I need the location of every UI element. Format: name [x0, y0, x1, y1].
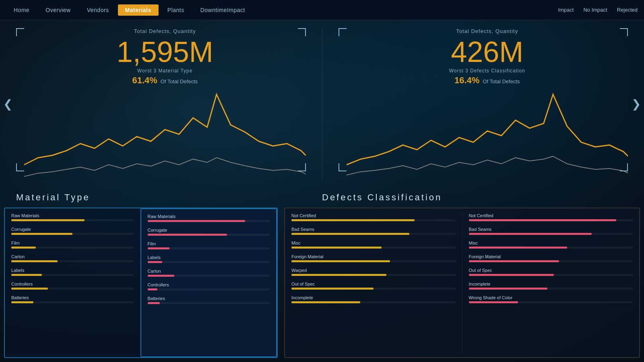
bar-label: Foreign Material [469, 254, 633, 259]
right-panel-box: Not CertifiedBad SeamsMiscForeign Materi… [284, 208, 640, 358]
bar-label: Labels [11, 268, 134, 273]
bar-track [291, 288, 456, 290]
filter-rejected[interactable]: Rejected [617, 7, 638, 13]
left-sub-label: Worst 3 Material Type [24, 68, 306, 74]
bar-label: Out of Spec [469, 268, 633, 273]
nav-item-plants[interactable]: Plants [160, 4, 192, 16]
list-item: Controllers [11, 282, 134, 290]
bar-fill [469, 301, 518, 303]
list-item: Carton [11, 254, 134, 262]
bar-track [148, 288, 270, 290]
bar-fill [11, 233, 72, 235]
bar-fill [11, 274, 42, 276]
bar-track [148, 261, 270, 263]
bar-label: Misc [469, 241, 633, 245]
nav-item-vendors[interactable]: Vendors [80, 4, 116, 16]
bar-label: Wrong Shade of Color [469, 295, 633, 300]
list-item: Corrugate [148, 228, 270, 236]
bar-fill [148, 247, 170, 249]
list-item: Incomplete [469, 282, 633, 290]
list-item: Raw Materials [11, 213, 134, 221]
list-item: Controllers [148, 282, 270, 290]
bar-track [291, 233, 456, 235]
bar-fill [148, 220, 246, 222]
bar-track [11, 260, 134, 262]
nav-item-downtimeimpact[interactable]: DowntimeImpact [193, 4, 252, 16]
bar-label: Batteries [148, 296, 270, 301]
nav-item-home[interactable]: Home [6, 4, 37, 16]
bar-fill [148, 261, 162, 263]
bar-label: Corrugate [148, 228, 270, 232]
list-item: Not Certified [469, 213, 633, 221]
bar-fill [148, 302, 160, 304]
bar-fill [291, 260, 390, 262]
list-item: Out of Spec [291, 282, 456, 290]
bar-label: Raw Materials [11, 213, 134, 218]
bar-track [11, 219, 134, 221]
left-panel-box: Raw MaterialsCorrugateFilmCartonLabelsCo… [4, 208, 278, 358]
bar-track [148, 234, 270, 236]
right-big-number: 426M [347, 37, 628, 66]
nav-item-materials[interactable]: Materials [118, 4, 159, 16]
list-item: Labels [11, 268, 134, 276]
list-item: Film [11, 241, 134, 249]
bar-fill [469, 288, 548, 290]
bar-track [291, 301, 456, 303]
bar-track [148, 220, 270, 222]
bar-fill [469, 260, 559, 262]
bar-fill [469, 233, 592, 235]
bar-label: Misc [291, 241, 456, 245]
nav-item-overview[interactable]: Overview [38, 4, 78, 16]
bar-track [291, 247, 456, 249]
left-col1: Raw MaterialsCorrugateFilmCartonLabelsCo… [5, 208, 140, 357]
right-pct-text: Of Total Defects [483, 78, 520, 84]
bar-label: Warped [291, 268, 456, 273]
list-item: Labels [148, 255, 270, 263]
list-item: Misc [469, 241, 633, 249]
bar-fill [11, 288, 48, 290]
filter-no-impact[interactable]: No Impact [583, 7, 607, 13]
left-pct-value: 61.4% [132, 75, 157, 86]
bar-label: Carton [148, 269, 270, 274]
list-item: Bad Seams [469, 227, 633, 235]
nav-right: ImpactNo ImpactRejected [558, 7, 638, 13]
bar-label: Incomplete [291, 295, 456, 300]
bar-track [469, 260, 633, 262]
bar-track [469, 247, 633, 249]
charts-section: ❮ Total Defects, Quantity 1,595M Worst 3… [0, 20, 644, 187]
bar-fill [291, 247, 382, 249]
filter-impact[interactable]: Impact [558, 7, 574, 13]
bar-track [291, 274, 456, 276]
prev-arrow[interactable]: ❮ [3, 97, 12, 111]
list-item: Batteries [11, 295, 134, 303]
right-section-title: Defects Classification [322, 192, 628, 203]
topbar: HomeOverviewVendorsMaterialsPlantsDownti… [0, 0, 644, 20]
right-sub-label: Worst 3 Defects Classification [347, 68, 628, 74]
next-arrow[interactable]: ❯ [632, 97, 641, 111]
bar-track [148, 275, 270, 277]
bar-fill [291, 288, 374, 290]
bar-label: Corrugate [11, 227, 134, 232]
main-content: ❮ Total Defects, Quantity 1,595M Worst 3… [0, 20, 644, 362]
list-item: Batteries [148, 296, 270, 304]
bar-fill [291, 233, 409, 235]
right-col2: Not CertifiedBad SeamsMiscForeign Materi… [462, 208, 640, 357]
bar-label: Not Certified [469, 213, 633, 218]
bar-fill [469, 274, 554, 276]
section-titles: Material Type Defects Classification [0, 187, 644, 208]
list-item: Film [148, 241, 270, 249]
bar-fill [291, 219, 415, 221]
list-item: Raw Materials [148, 214, 270, 222]
list-item: Not Certified [291, 213, 456, 221]
left-section-title: Material Type [16, 192, 322, 203]
list-item: Misc [291, 241, 456, 249]
bar-fill [148, 288, 157, 290]
left-col2[interactable]: Raw MaterialsCorrugateFilmLabelsCartonCo… [140, 208, 277, 357]
tables-section: Raw MaterialsCorrugateFilmCartonLabelsCo… [0, 208, 644, 362]
right-pct-value: 16.4% [454, 75, 479, 86]
bar-label: Bad Seams [291, 227, 456, 232]
bar-track [291, 219, 456, 221]
bar-label: Incomplete [469, 282, 633, 286]
bar-label: Not Certified [291, 213, 456, 218]
right-chart-panel: Total Defects, Quantity 426M Worst 3 Def… [322, 20, 644, 187]
